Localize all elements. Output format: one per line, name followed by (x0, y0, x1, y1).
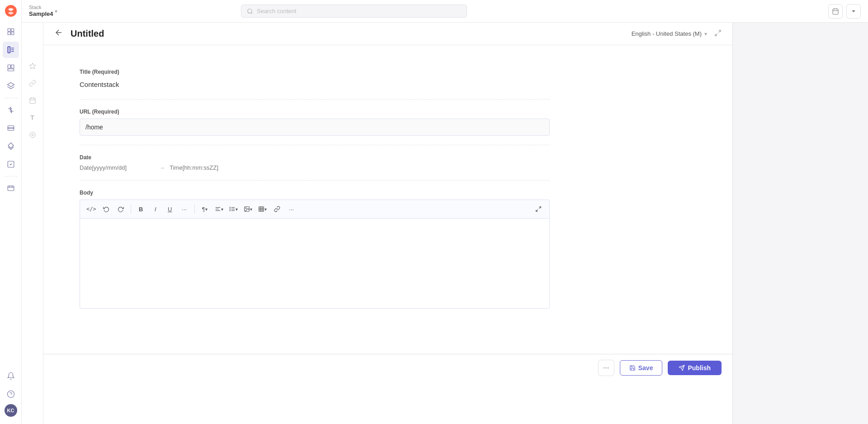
time-input[interactable] (170, 164, 245, 171)
body-field-group: Body </> (80, 181, 550, 318)
sidebar-item-settings[interactable] (3, 180, 19, 196)
sidebar-item-manage[interactable] (3, 120, 19, 136)
sidebar-item-extensions[interactable] (3, 102, 19, 118)
sidebar-divider-1 (5, 98, 17, 98)
publish-button[interactable]: Publish (668, 361, 722, 375)
svg-rect-32 (30, 98, 35, 104)
editor-toolbar: </> (80, 200, 550, 218)
calendar-icon-btn[interactable] (828, 4, 843, 19)
toolbar-underline-btn[interactable]: U (164, 203, 176, 215)
svg-point-14 (8, 128, 9, 129)
properties-panel (732, 23, 868, 424)
field-icon-link[interactable] (25, 76, 40, 91)
svg-rect-19 (8, 186, 14, 191)
editor-topbar: Untitled English - United States (M) ▾ (43, 23, 732, 45)
field-icon-calendar[interactable] (25, 93, 40, 108)
toolbar-code-btn[interactable]: </> (85, 203, 98, 215)
publish-label: Publish (688, 364, 711, 372)
expand-icon[interactable] (714, 29, 722, 38)
svg-point-48 (230, 209, 230, 209)
toolbar-redo-btn[interactable] (114, 203, 127, 215)
svg-rect-3 (8, 32, 10, 35)
field-sidebar: T (22, 23, 43, 424)
editor-pane: Untitled English - United States (M) ▾ (43, 23, 732, 424)
locale-selector[interactable]: English - United States (M) ▾ (632, 30, 707, 37)
date-field-group: Date – (80, 145, 550, 181)
svg-line-58 (536, 210, 538, 211)
toolbar-align-btn[interactable]: ▾ (213, 203, 226, 215)
svg-rect-10 (8, 65, 10, 68)
user-avatar[interactable]: KC (5, 404, 17, 417)
svg-rect-27 (833, 9, 838, 14)
toolbar-bold-btn[interactable]: B (135, 203, 147, 215)
svg-point-37 (32, 134, 33, 136)
editor-body[interactable] (80, 218, 550, 309)
back-button[interactable] (54, 28, 63, 39)
svg-rect-17 (8, 126, 14, 131)
date-field-label: Date (80, 154, 550, 161)
search-bar[interactable]: Search content (241, 5, 467, 18)
form-content: Title (Required) Contentstack URL (Requi… (43, 45, 586, 354)
toolbar-expand-btn[interactable] (532, 203, 545, 215)
svg-point-49 (230, 210, 230, 211)
notifications-icon[interactable] (3, 368, 19, 384)
more-options-btn[interactable]: ··· (598, 360, 614, 376)
svg-line-39 (718, 30, 721, 33)
sidebar-item-content[interactable] (3, 42, 19, 58)
locale-label: English - United States (M) (632, 30, 702, 37)
locale-arrow: ▾ (704, 31, 707, 37)
svg-line-26 (251, 12, 253, 14)
toolbar-ellipsis-btn[interactable]: ··· (285, 203, 298, 215)
title-field-value[interactable]: Contentstack (80, 79, 550, 90)
stack-dropdown-arrow: ▾ (55, 8, 57, 14)
sidebar-item-assets[interactable] (3, 60, 19, 76)
svg-point-16 (12, 128, 14, 129)
field-icon-custom[interactable] (25, 128, 40, 142)
toolbar-undo-btn[interactable] (100, 203, 113, 215)
stack-info: Stack Sample4 (29, 5, 53, 18)
url-input[interactable] (80, 119, 550, 136)
page-title: Untitled (71, 29, 624, 39)
date-separator: – (161, 164, 164, 171)
svg-rect-4 (11, 32, 14, 35)
header-right (828, 4, 861, 19)
svg-marker-13 (7, 83, 14, 87)
left-sidebar: KC (0, 0, 22, 424)
field-icon-text[interactable]: T (25, 110, 40, 125)
toolbar-italic-btn[interactable]: I (149, 203, 162, 215)
stack-name: Sample4 (29, 10, 53, 18)
url-field-group: URL (Required) (80, 100, 550, 145)
svg-point-15 (10, 128, 11, 129)
app-logo[interactable] (4, 4, 18, 18)
sidebar-item-tasks[interactable] (3, 156, 19, 172)
svg-rect-1 (8, 29, 10, 31)
help-icon[interactable] (3, 386, 19, 402)
url-field-label: URL (Required) (80, 109, 550, 115)
toolbar-list-btn[interactable]: ▾ (227, 203, 240, 215)
toolbar-image-btn[interactable]: ▾ (242, 203, 255, 215)
toolbar-sep-2 (194, 205, 195, 214)
date-input[interactable] (80, 164, 156, 171)
content-area: T Untitled Engl (22, 23, 868, 424)
sidebar-item-deploy[interactable] (3, 138, 19, 154)
toolbar-paragraph-btn[interactable]: ¶ ▾ (198, 203, 211, 215)
svg-point-36 (30, 132, 35, 138)
save-button[interactable]: Save (620, 360, 663, 376)
svg-rect-2 (11, 29, 14, 31)
toolbar-table-btn[interactable]: ▾ (256, 203, 269, 215)
toolbar-more-inline-btn[interactable]: ··· (178, 203, 191, 215)
title-field-label: Title (Required) (80, 69, 550, 75)
svg-marker-31 (29, 63, 35, 69)
main-wrapper: Stack Sample4 ▾ Search content (22, 0, 868, 424)
sidebar-item-stack[interactable] (3, 78, 19, 94)
field-icon-star[interactable] (25, 59, 40, 73)
svg-point-23 (7, 391, 14, 398)
save-label: Save (638, 364, 653, 372)
sidebar-bottom: KC (3, 368, 19, 420)
toolbar-link-btn[interactable] (271, 203, 283, 215)
search-icon (247, 8, 253, 14)
dropdown-icon-btn[interactable] (846, 4, 861, 19)
sidebar-item-dashboard[interactable] (3, 24, 19, 40)
stack-selector[interactable]: Stack Sample4 ▾ (29, 5, 57, 18)
svg-point-47 (230, 207, 230, 208)
